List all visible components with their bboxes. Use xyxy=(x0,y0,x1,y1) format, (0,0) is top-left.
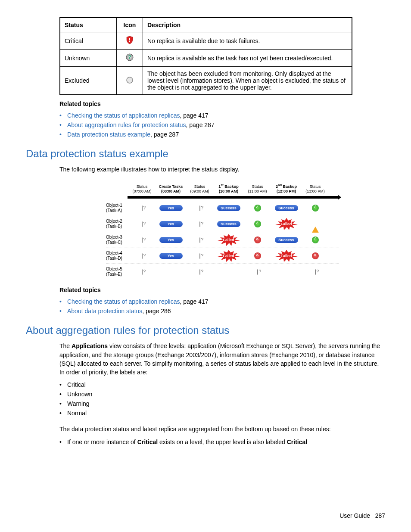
warning-status-icon xyxy=(312,222,319,233)
diagram-row: Object-3(Task-C)YesFailedSuccess xyxy=(106,232,339,248)
status-cell: Excluded xyxy=(60,67,117,95)
diagram-row: Object-1(Task-A)YesSuccessSuccess xyxy=(106,200,339,216)
desc-cell: No replica is available due to task fail… xyxy=(143,32,352,50)
object-label: Object-5(Task-E) xyxy=(106,267,128,277)
object-label: Object-2(Task-B) xyxy=(106,219,128,229)
ok-status-icon xyxy=(312,236,319,243)
link-aggregation-rules[interactable]: About aggregation rules for protection s… xyxy=(67,121,186,128)
status-cell: Critical xyxy=(60,32,117,50)
related-topics-heading: Related topics xyxy=(59,286,385,293)
list-item: Checking the status of application repli… xyxy=(59,297,385,306)
list-item: Normal xyxy=(59,408,385,418)
section2-body: The Applications view consists of three … xyxy=(59,342,385,446)
col-description: Description xyxy=(143,18,352,32)
failed-burst-icon: Failed xyxy=(218,236,239,244)
yes-pill: Yes xyxy=(159,253,183,259)
failed-burst-icon: Failed xyxy=(218,252,239,260)
link-checking-status[interactable]: Checking the status of application repli… xyxy=(67,298,180,305)
status-table: Status Icon Description Critical No repl… xyxy=(59,17,352,95)
success-pill: Success xyxy=(217,221,240,227)
page-ref: , page 286 xyxy=(142,308,171,314)
yes-pill: Yes xyxy=(159,221,183,227)
unknown-status-icon xyxy=(142,221,143,227)
svg-rect-0 xyxy=(129,38,130,40)
unknown-status-icon xyxy=(315,269,316,275)
icon-cell xyxy=(117,32,143,50)
unknown-status-icon xyxy=(199,269,200,275)
unknown-status-icon xyxy=(199,221,200,227)
page-ref: , page 417 xyxy=(180,112,208,119)
failed-burst-icon: Failed xyxy=(276,252,297,260)
list-item: About data protection status, page 286 xyxy=(59,306,385,316)
link-status-example[interactable]: Data protection status example xyxy=(67,131,150,138)
failed-burst-icon: Failed xyxy=(276,220,297,228)
related-topics-list: Checking the status of application repli… xyxy=(59,111,385,139)
list-item: If one or more instance of Critical exis… xyxy=(59,437,385,447)
section-heading-example: Data protection status example xyxy=(26,148,385,160)
desc-cell: The object has been excluded from monito… xyxy=(143,67,352,95)
table-row: Critical No replica is available due to … xyxy=(60,32,352,50)
success-pill: Success xyxy=(275,205,298,211)
link-about-protection[interactable]: About data protection status xyxy=(67,308,142,314)
error-status-icon xyxy=(254,252,261,259)
svg-text:?: ? xyxy=(128,54,131,60)
critical-shield-icon xyxy=(125,36,134,44)
diagram-header: Status(07:00 AM) Create Tasks(08:00 AM) … xyxy=(106,178,339,195)
error-status-icon xyxy=(254,236,261,243)
list-item: Warning xyxy=(59,399,385,408)
section-heading-aggregation: About aggregation rules for protection s… xyxy=(26,324,385,336)
unknown-question-icon: ? xyxy=(125,53,134,62)
unknown-status-icon xyxy=(199,205,200,211)
table-row: Unknown ? No replica is available as the… xyxy=(60,50,352,67)
svg-rect-1 xyxy=(129,41,130,42)
unknown-status-icon xyxy=(142,237,143,243)
ok-status-icon xyxy=(254,205,261,212)
object-label: Object-1(Task-A) xyxy=(106,203,128,213)
excluded-circle-icon xyxy=(125,76,134,84)
unknown-status-icon xyxy=(142,205,143,211)
table-row: Excluded The object has been excluded fr… xyxy=(60,67,352,95)
rules-list: If one or more instance of Critical exis… xyxy=(59,437,385,447)
page-ref: , page 287 xyxy=(150,131,179,138)
yes-pill: Yes xyxy=(159,205,183,211)
ok-status-icon xyxy=(254,221,261,227)
page-number: 287 xyxy=(375,512,385,519)
unknown-status-icon xyxy=(199,237,200,243)
intro-text: The following example illustrates how to… xyxy=(59,165,385,174)
success-pill: Success xyxy=(275,237,298,243)
success-pill: Success xyxy=(217,205,240,211)
svg-point-4 xyxy=(127,77,133,83)
icon-cell xyxy=(117,67,143,95)
status-table-container: Status Icon Description Critical No repl… xyxy=(59,17,385,139)
list-item: Unknown xyxy=(59,389,385,399)
col-icon: Icon xyxy=(117,18,143,32)
diagram-row: Object-4(Task-D)YesFailedFailed xyxy=(106,248,339,264)
object-label: Object-3(Task-C) xyxy=(106,235,128,245)
list-item: About aggregation rules for protection s… xyxy=(59,120,385,130)
error-status-icon xyxy=(312,252,319,259)
timeline-arrow-icon xyxy=(128,196,339,199)
link-checking-status[interactable]: Checking the status of application repli… xyxy=(67,112,180,119)
page-footer: User Guide 287 xyxy=(339,512,385,519)
status-table-header-row: Status Icon Description xyxy=(60,18,352,32)
yes-pill: Yes xyxy=(159,237,183,243)
diagram-row: Object-5(Task-E) xyxy=(106,264,339,280)
unknown-status-icon xyxy=(257,269,258,275)
ok-status-icon xyxy=(312,205,319,212)
page-ref: , page 287 xyxy=(186,121,215,128)
unknown-status-icon xyxy=(142,253,143,259)
list-item: Checking the status of application repli… xyxy=(59,111,385,120)
object-label: Object-4(Task-D) xyxy=(106,251,128,261)
related-topics-heading: Related topics xyxy=(59,100,385,107)
list-item: Data protection status example, page 287 xyxy=(59,130,385,139)
page-ref: , page 417 xyxy=(180,298,208,305)
col-status: Status xyxy=(60,18,117,32)
aggregation-rules-intro: The data protection status and latest re… xyxy=(59,425,385,433)
related-topics-list: Checking the status of application repli… xyxy=(59,297,385,316)
desc-cell: No replica is available as the task has … xyxy=(143,50,352,67)
footer-label: User Guide xyxy=(339,512,370,519)
priority-labels-list: Critical Unknown Warning Normal xyxy=(59,380,385,418)
status-timeline-diagram: Status(07:00 AM) Create Tasks(08:00 AM) … xyxy=(106,178,339,280)
aggregation-intro: The Applications view consists of three … xyxy=(59,342,385,376)
diagram-row: Object-2(Task-B)YesSuccessFailed xyxy=(106,216,339,232)
